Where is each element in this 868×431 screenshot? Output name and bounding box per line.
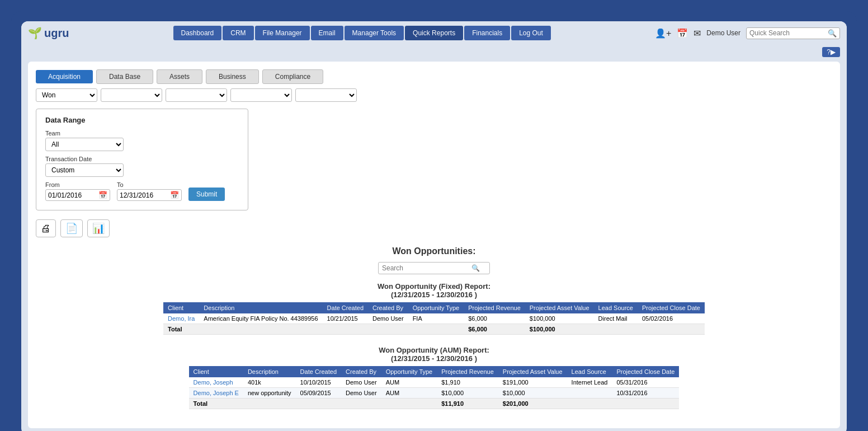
table-row: Demo, Joseph 401k 10/10/2015 Demo User A… [189,377,680,388]
fixed-report-table: Client Description Date Created Created … [163,302,705,335]
aum-col-projected-close-date: Projected Close Date [612,366,679,377]
main-content: Acquisition Data Base Assets Business Co… [28,62,840,428]
nav-manager-tools[interactable]: Manager Tools [345,26,404,40]
submit-button[interactable]: Submit [188,188,225,201]
fixed-row-0-created-by: Demo User [368,313,408,324]
acquisition-dropdown[interactable]: Won Lost Pending [36,88,97,102]
aum-row-1-projected-asset-value: $10,000 [498,388,567,399]
nav-file-manager[interactable]: File Manager [255,26,310,40]
pdf-button[interactable]: 📄 [60,219,83,237]
aum-col-client: Client [189,366,243,377]
transaction-date-label: Transaction Date [45,156,239,162]
fixed-row-0-description: American Equity FIA Policy No. 44389956 [199,313,322,324]
aum-col-date-created: Date Created [296,366,341,377]
to-date-input[interactable] [120,191,170,199]
fixed-row-0-date-created: 10/21/2015 [323,313,368,324]
mail-icon-btn[interactable]: ✉ [694,28,701,39]
tab-assets[interactable]: Assets [157,69,202,84]
help-button[interactable]: ?▶ [822,47,840,57]
team-select[interactable]: All [45,138,124,151]
aum-row-1-created-by: Demo User [341,388,381,399]
fixed-total-revenue: $6,000 [464,324,525,335]
table-row: Demo, Ira American Equity FIA Policy No.… [163,313,705,324]
from-date-wrap: 📅 [45,189,110,201]
aum-col-opportunity-type: Opportunity Type [381,366,437,377]
nav-dashboard[interactable]: Dashboard [173,26,222,40]
aum-col-created-by: Created By [341,366,381,377]
excel-button[interactable]: 📊 [87,219,110,237]
aum-row-0-description: 401k [243,377,296,388]
fixed-col-opportunity-type: Opportunity Type [408,302,464,313]
aum-col-lead-source: Lead Source [567,366,612,377]
calendar-icon-btn[interactable]: 📅 [677,28,688,39]
dropdown-3[interactable] [166,88,227,102]
from-date-input[interactable] [48,191,98,199]
fixed-row-0-projected-revenue: $6,000 [464,313,525,324]
fixed-col-projected-revenue: Projected Revenue [464,302,525,313]
fixed-row-0-projected-asset-value: $100,000 [525,313,594,324]
aum-report-table: Client Description Date Created Created … [189,366,680,409]
from-calendar-icon[interactable]: 📅 [98,191,107,199]
search-icon: 🔍 [828,29,837,38]
sub-header: ?▶ [21,45,847,57]
fixed-total-row: Total $6,000 $100,000 [163,324,705,335]
logo-icon: 🌱 [28,26,42,40]
aum-col-projected-asset-value: Projected Asset Value [498,366,567,377]
report-main-title: Won Opportunities: [392,246,475,256]
inner-frame: 🌱 ugru Dashboard CRM File Manager Email … [21,21,847,431]
aum-row-0-date-created: 10/10/2015 [296,377,341,388]
fixed-col-description: Description [199,302,322,313]
nav-financials[interactable]: Financials [464,26,510,40]
fixed-col-projected-close-date: Projected Close Date [638,302,705,313]
print-button[interactable]: 🖨 [36,219,56,237]
aum-row-1-client[interactable]: Demo, Joseph E [189,388,243,399]
aum-row-1-description: new opportunity [243,388,296,399]
add-user-icon-btn[interactable]: 👤+ [655,28,671,39]
data-range-title: Data Range [45,116,239,124]
tab-row: Acquisition Data Base Assets Business Co… [36,69,832,84]
nav-crm[interactable]: CRM [223,26,253,40]
logo-text: ugru [44,27,69,40]
dropdown-4[interactable] [230,88,292,102]
fixed-col-client: Client [163,302,199,313]
aum-total-row: Total $11,910 $201,000 [189,399,680,409]
top-nav: 🌱 ugru Dashboard CRM File Manager Email … [21,21,847,45]
nav-logout[interactable]: Log Out [511,26,551,40]
aum-row-0-opportunity-type: AUM [381,377,437,388]
search-input[interactable] [749,29,828,37]
logo: 🌱 ugru [28,26,69,40]
dropdown-5[interactable] [295,88,357,102]
report-section: Won Opportunities: 🔍 Won Opportunity (Fi… [36,246,832,420]
fixed-total-label: Total [163,324,199,335]
nav-email[interactable]: Email [311,26,343,40]
aum-row-0-client[interactable]: Demo, Joseph [189,377,243,388]
nav-quick-reports[interactable]: Quick Reports [405,26,463,40]
to-label: To [117,181,182,188]
team-label: Team [45,130,239,137]
nav-right: 👤+ 📅 ✉ Demo User 🔍 [655,27,840,39]
search-bar: 🔍 [746,27,840,39]
tab-database[interactable]: Data Base [96,69,153,84]
dropdown-row: Won Lost Pending [36,88,832,102]
tab-acquisition[interactable]: Acquisition [36,70,93,83]
aum-row-0-projected-asset-value: $191,000 [498,377,567,388]
user-label: Demo User [706,29,740,37]
fixed-row-0-opportunity-type: FIA [408,313,464,324]
aum-col-projected-revenue: Projected Revenue [437,366,498,377]
dropdown-2[interactable] [101,88,162,102]
to-calendar-icon[interactable]: 📅 [170,191,179,199]
outer-frame: 🌱 ugru Dashboard CRM File Manager Email … [11,11,857,431]
to-col: To 📅 [117,181,182,201]
report-search-input[interactable] [382,264,471,272]
fixed-row-0-client[interactable]: Demo, Ira [163,313,199,324]
action-icons-row: 🖨 📄 📊 [36,219,832,237]
tab-compliance[interactable]: Compliance [262,69,323,84]
from-col: From 📅 [45,181,110,201]
transaction-date-row: Transaction Date Custom This Month This … [45,156,239,177]
data-range-box: Data Range Team All Transaction Date Cus… [36,109,248,210]
transaction-date-select[interactable]: Custom This Month This Year [45,163,124,177]
nav-center: Dashboard CRM File Manager Email Manager… [173,26,551,40]
fixed-row-0-projected-close-date: 05/02/2016 [638,313,705,324]
tab-business[interactable]: Business [206,69,259,84]
from-label: From [45,181,110,188]
